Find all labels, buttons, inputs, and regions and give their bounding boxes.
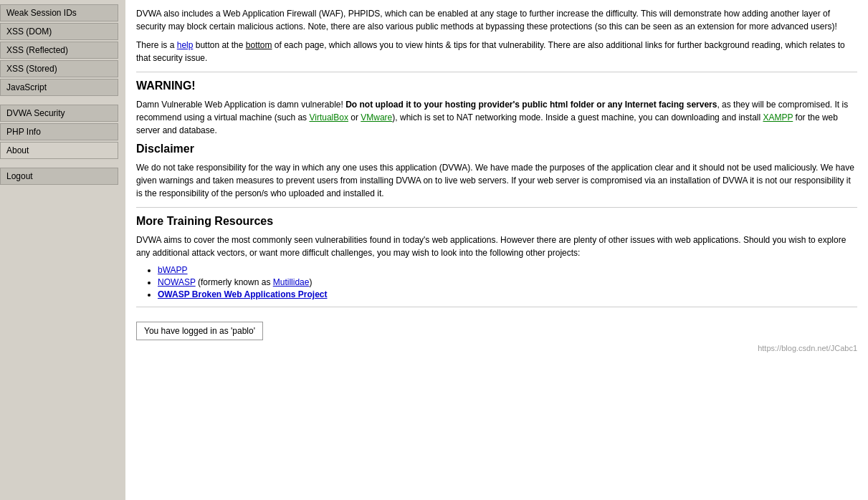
sidebar-item-about[interactable]: About [0, 142, 118, 159]
warning-title: WARNING! [136, 80, 857, 92]
resource-list: bWAPP NOWASP (formerly known as Mutillid… [158, 265, 857, 299]
divider-3 [136, 307, 857, 307]
list-item-nowasp: NOWASP (formerly known as Mutillidae) [158, 277, 857, 287]
list-item-owasp: OWASP Broken Web Applications Project [158, 289, 857, 299]
nowasp-link[interactable]: NOWASP [158, 277, 196, 287]
sidebar-item-weak-session-ids[interactable]: Weak Session IDs [0, 4, 118, 21]
disclaimer-title: Disclaimer [136, 143, 857, 155]
intro-paragraph-2: There is a help button at the bottom of … [136, 39, 857, 64]
warning-paragraph: Damn Vulnerable Web Application is damn … [136, 98, 857, 137]
more-training-title: More Training Resources [136, 215, 857, 228]
intro-paragraph-1: DVWA also includes a Web Application Fir… [136, 7, 857, 33]
more-training-paragraph: DVWA aims to cover the most commonly see… [136, 234, 857, 259]
main-content: DVWA also includes a Web Application Fir… [125, 0, 868, 500]
bottom-url: https://blog.csdn.net/JCabc1 [136, 344, 857, 352]
login-status-box: You have logged in as 'pablo' [136, 322, 263, 340]
logout-button[interactable]: Logout [0, 168, 118, 185]
vmware-link[interactable]: VMware [361, 112, 392, 122]
sidebar-item-javascript[interactable]: JavaScript [0, 79, 118, 96]
sidebar-item-xss-dom[interactable]: XSS (DOM) [0, 23, 118, 40]
warning-bold-text: Do not upload it to your hosting provide… [345, 100, 717, 110]
bwapp-link[interactable]: bWAPP [158, 265, 188, 275]
owasp-link[interactable]: OWASP Broken Web Applications Project [158, 289, 328, 299]
login-status-text: You have logged in as 'pablo' [144, 326, 255, 336]
bottom-text: bottom [246, 40, 272, 50]
xampp-link[interactable]: XAMPP [763, 112, 793, 122]
formerly-text: (formerly known as [196, 277, 273, 287]
disclaimer-paragraph: We do not take responsibility for the wa… [136, 161, 857, 200]
divider-1 [136, 72, 857, 72]
sidebar-item-dvwa-security[interactable]: DVWA Security [0, 105, 118, 122]
sidebar-item-xss-reflected[interactable]: XSS (Reflected) [0, 42, 118, 59]
help-link[interactable]: help [177, 40, 194, 50]
formerly-close: ) [309, 277, 312, 287]
sidebar-item-xss-stored[interactable]: XSS (Stored) [0, 60, 118, 77]
mutillidae-link[interactable]: Mutillidae [273, 277, 310, 287]
sidebar: Weak Session IDs XSS (DOM) XSS (Reflecte… [0, 0, 125, 500]
sidebar-item-php-info[interactable]: PHP Info [0, 123, 118, 140]
divider-2 [136, 207, 857, 208]
list-item-bwapp: bWAPP [158, 265, 857, 275]
virtualbox-link[interactable]: VirtualBox [309, 112, 348, 122]
